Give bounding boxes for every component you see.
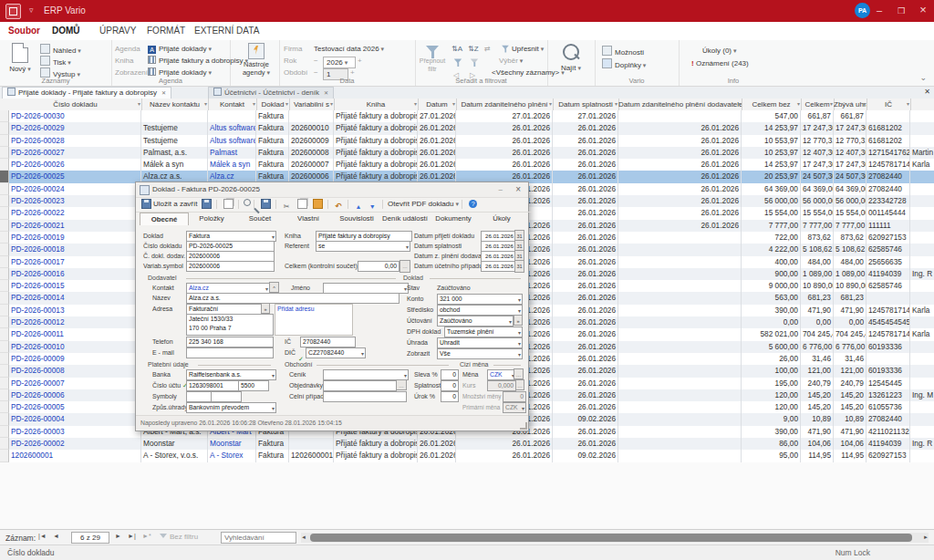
cell-datum-zdanitelneho-plneni-dodavatele[interactable]	[618, 316, 742, 328]
cell-kontakt[interactable]: Málek a syn	[208, 159, 256, 171]
uhrada-select[interactable]: Uhradit	[437, 337, 523, 348]
cell-datum-splatnosti[interactable]: 26.01.2026	[553, 135, 618, 147]
cell-celkem-bez[interactable]: 95,00	[742, 450, 801, 461]
cell-ic[interactable]: 1245781714	[867, 328, 910, 340]
cell-variabilni-symbol[interactable]: 202600009	[289, 135, 334, 147]
cell-celkem-bez[interactable]: 390,00	[742, 305, 801, 316]
cell-datum-zdanitelneho-plneni-dodavatele[interactable]	[618, 292, 742, 304]
scroll-left-icon[interactable]: ◄	[301, 534, 306, 540]
cell-datum-zdanitelneho-plneni-dodavatele[interactable]	[618, 389, 742, 401]
cell-celkem[interactable]: 0,00	[801, 316, 834, 328]
cell-celkem-bez[interactable]: 15 554,00	[742, 207, 801, 219]
cell-cislo-dokladu[interactable]: PD-2026-00017	[9, 256, 141, 268]
cell-ic[interactable]	[867, 110, 910, 122]
cell-kniha[interactable]: Přijaté faktury a dobropisy	[334, 122, 418, 134]
doc-tab-ucetnictvi[interactable]: Účetnictví - Účetnictví - deník	[208, 87, 334, 99]
cell-celkem[interactable]: 17 247,30	[801, 159, 834, 171]
cell-ic[interactable]: 12545445	[867, 378, 910, 389]
cell-datum-zdanitelneho-plneni-dodavatele[interactable]: 26.01.2026	[618, 207, 742, 219]
cell-celkem[interactable]: 10,89	[801, 413, 834, 425]
cell-ic[interactable]: 60193336	[867, 365, 910, 377]
cell-celkem[interactable]: 17 247,30	[801, 122, 834, 134]
cell-cislo-dokladu[interactable]: PD-2026-00028	[9, 135, 141, 147]
cell-zbyva-uhradit[interactable]: 104,06	[834, 438, 867, 450]
datum-uctu-field[interactable]: 26.01.2026	[481, 261, 516, 272]
cell-jmeno[interactable]	[910, 135, 934, 147]
adresa-more-button[interactable]: »	[261, 303, 270, 314]
sleva-field[interactable]: 0	[441, 369, 459, 380]
uctovani-select[interactable]: Zaúčtováno	[437, 316, 514, 327]
cell-celkem[interactable]: 64 369,00	[801, 183, 834, 195]
cell-nazev-kontaktu[interactable]: Testujeme	[141, 122, 208, 134]
cell-zbyva-uhradit[interactable]: 17 247,30	[834, 159, 867, 171]
cell-jmeno[interactable]	[910, 207, 934, 219]
cell-datum-zdanitelneho-plneni-dodavatele[interactable]: 26.01.2026	[618, 220, 742, 232]
celkem-more-button[interactable]: …	[400, 260, 410, 273]
cell-nazev-kontaktu[interactable]: Moonstar	[141, 438, 208, 450]
row-selector[interactable]	[0, 147, 9, 159]
row-selector[interactable]	[0, 353, 9, 365]
cell-cislo-dokladu[interactable]: PD-2026-00030	[9, 110, 141, 122]
cell-ic[interactable]: 620927153	[867, 232, 910, 244]
cell-celkem[interactable]: 145,20	[801, 401, 834, 413]
cell-jmeno[interactable]	[910, 378, 934, 389]
cell-datum-splatnosti[interactable]: 26.01.2026	[553, 195, 618, 207]
cell-cislo-dokladu[interactable]: PD-2026-00015	[9, 280, 141, 292]
dialog-tab-soucet[interactable]: Součet	[236, 213, 284, 225]
column-filter-icon[interactable]: ▾	[615, 99, 617, 110]
cell-zbyva-uhradit[interactable]: 12 770,31	[834, 135, 867, 147]
objednavky-field[interactable]	[323, 380, 397, 391]
last-record-button[interactable]: ►|	[128, 533, 136, 539]
cell-celkem-bez[interactable]: 5 600,00	[742, 341, 801, 353]
cell-variabilni-symbol[interactable]: 202600010	[289, 122, 334, 134]
cell-datum-zdanitelneho-plneni-dodavatele[interactable]	[618, 413, 742, 425]
cell-variabilni-symbol[interactable]: 202600007	[289, 159, 334, 171]
column-header-kniha[interactable]: Kniha▾	[334, 99, 419, 110]
cell-jmeno[interactable]	[910, 122, 934, 134]
datum-uctu-calendar-button[interactable]: 31	[514, 260, 524, 273]
column-header-jmeno[interactable]: Jméno▾	[910, 99, 934, 110]
attach-icon[interactable]	[223, 199, 234, 209]
banka-kod-field[interactable]: 5500	[238, 380, 269, 391]
cut-icon[interactable]	[284, 200, 292, 208]
row-selector[interactable]	[0, 341, 9, 353]
cell-kontakt[interactable]: Moonstar	[208, 438, 256, 450]
cell-doklad[interactable]: Faktura	[256, 135, 289, 147]
cell-ic[interactable]: 111111	[867, 220, 910, 232]
column-filter-icon[interactable]: ▾	[452, 99, 455, 110]
cell-jmeno[interactable]	[910, 220, 934, 232]
row-selector[interactable]	[0, 292, 9, 304]
cell-zbyva-uhradit[interactable]: 240,79	[834, 378, 867, 389]
cell-datum-zdanitelneho-plneni-dodavatele[interactable]: 26.01.2026	[618, 147, 742, 159]
cell-jmeno[interactable]	[910, 316, 934, 328]
cell-cislo-dokladu[interactable]: PD-2026-00023	[9, 195, 141, 207]
cell-jmeno[interactable]	[910, 413, 934, 425]
cell-datum-zdanitelneho-plneni-dodavatele[interactable]	[618, 341, 742, 353]
row-selector[interactable]	[0, 450, 9, 461]
save-close-icon[interactable]	[141, 199, 151, 209]
column-filter-icon[interactable]: ▾	[907, 99, 909, 110]
cell-cislo-dokladu[interactable]: PD-2026-00007	[9, 378, 141, 389]
cell-ic[interactable]: 4545454545	[867, 316, 910, 328]
column-header-celkem-bez[interactable]: Celkem bez▾	[742, 99, 802, 110]
dic-select[interactable]: CZ27082440	[306, 347, 366, 358]
cell-datum-splatnosti[interactable]: 26.01.2026	[553, 122, 618, 134]
cell-cislo-dokladu[interactable]: PD-2026-00005	[9, 401, 141, 413]
cell-datum-splatnosti[interactable]: 09.02.2026	[553, 450, 618, 461]
preview-icon[interactable]	[244, 199, 251, 206]
row-selector[interactable]	[0, 280, 9, 292]
selection-filter-button[interactable]: Výběr	[499, 56, 523, 67]
cell-celkem[interactable]: 704 245,41	[801, 328, 834, 340]
cell-zbyva-uhradit[interactable]: 681,23	[834, 292, 867, 304]
cell-ic[interactable]: 223342728	[867, 195, 910, 207]
cell-datum-splatnosti[interactable]: 26.01.2026	[553, 328, 618, 340]
row-selector[interactable]	[0, 244, 9, 255]
dialog-tab-ukoly[interactable]: Úkoly	[478, 213, 525, 225]
nazev-field[interactable]: Alza.cz a.s.	[186, 293, 400, 304]
cell-celkem-bez[interactable]: 120,00	[742, 401, 801, 413]
cell-ic[interactable]: 13261223	[867, 389, 910, 401]
row-selector[interactable]	[0, 122, 9, 134]
cell-celkem-bez[interactable]: 400,00	[742, 256, 801, 268]
dialog-resize-grip[interactable]	[520, 422, 527, 430]
row-selector[interactable]	[0, 438, 9, 450]
